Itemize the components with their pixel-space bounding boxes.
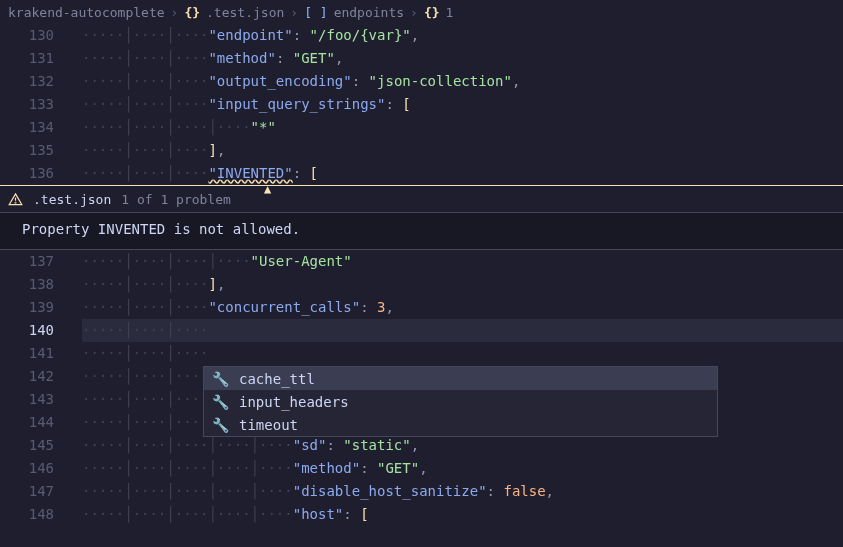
breadcrumb-project[interactable]: krakend-autocomplete xyxy=(8,5,165,20)
warning-token: "INVENTED" xyxy=(208,165,292,181)
problems-bar[interactable]: .test.json 1 of 1 problem xyxy=(0,185,843,213)
line-number: 135 xyxy=(0,139,82,162)
problems-file[interactable]: .test.json xyxy=(33,192,111,207)
line-number: 148 xyxy=(0,503,82,526)
wrench-icon: 🔧 xyxy=(212,371,229,387)
svg-point-1 xyxy=(15,202,16,203)
autocomplete-label: timeout xyxy=(239,417,298,433)
code-line[interactable]: ·····│····│···· xyxy=(82,342,843,365)
line-number: 145 xyxy=(0,434,82,457)
line-number: 144 xyxy=(0,411,82,434)
breadcrumb-index[interactable]: 1 xyxy=(446,5,454,20)
braces-icon: {} xyxy=(424,5,440,20)
line-number: 132 xyxy=(0,70,82,93)
wrench-icon: 🔧 xyxy=(212,417,229,433)
line-number: 143 xyxy=(0,388,82,411)
line-number: 136 xyxy=(0,162,82,185)
code-line[interactable]: ·····│····│····│····│····"sd": "static", xyxy=(82,434,843,457)
code-line[interactable]: ·····│····│····│····│····"disable_host_s… xyxy=(82,480,843,503)
autocomplete-label: cache_ttl xyxy=(239,371,315,387)
breadcrumb[interactable]: krakend-autocomplete › {} .test.json › [… xyxy=(0,0,843,24)
autocomplete-item[interactable]: 🔧 cache_ttl xyxy=(204,367,717,390)
problems-count: 1 of 1 problem xyxy=(121,192,231,207)
code-line[interactable]: ·····│····│····"concurrent_calls": 3, xyxy=(82,296,843,319)
code-line[interactable]: ·····│····│····│····│····"method": "GET"… xyxy=(82,457,843,480)
code-line-current[interactable]: ·····│····│···· xyxy=(82,319,843,342)
warning-icon xyxy=(8,192,23,207)
autocomplete-label: input_headers xyxy=(239,394,349,410)
line-number: 147 xyxy=(0,480,82,503)
line-number: 139 xyxy=(0,296,82,319)
line-number: 140 xyxy=(0,319,82,342)
code-area[interactable]: ·····│····│····"endpoint": "/foo/{var}",… xyxy=(82,24,843,185)
code-line[interactable]: ·····│····│····"input_query_strings": [ xyxy=(82,93,843,116)
line-number: 130 xyxy=(0,24,82,47)
line-number: 138 xyxy=(0,273,82,296)
braces-icon: {} xyxy=(184,5,200,20)
line-number: 141 xyxy=(0,342,82,365)
code-line[interactable]: ·····│····│····│····│····"host": [ xyxy=(82,503,843,526)
line-gutter: 130 131 132 133 134 135 136 xyxy=(0,24,82,185)
code-line[interactable]: ·····│····│····│····"*" xyxy=(82,116,843,139)
code-line[interactable]: ·····│····│····"INVENTED": [ xyxy=(82,162,843,185)
marker-arrow-icon: ▲ xyxy=(264,182,271,196)
line-number: 146 xyxy=(0,457,82,480)
breadcrumb-file[interactable]: .test.json xyxy=(206,5,284,20)
brackets-icon: [ ] xyxy=(304,5,327,20)
editor-pane-top[interactable]: 130 131 132 133 134 135 136 ·····│····│·… xyxy=(0,24,843,185)
code-line[interactable]: ·····│····│····"output_encoding": "json-… xyxy=(82,70,843,93)
autocomplete-item[interactable]: 🔧 input_headers xyxy=(204,390,717,413)
wrench-icon: 🔧 xyxy=(212,394,229,410)
code-line[interactable]: ·····│····│····], xyxy=(82,139,843,162)
chevron-right-icon: › xyxy=(290,5,298,20)
line-number: 134 xyxy=(0,116,82,139)
chevron-right-icon: › xyxy=(171,5,179,20)
autocomplete-popup[interactable]: 🔧 cache_ttl 🔧 input_headers 🔧 timeout xyxy=(203,366,718,437)
code-line[interactable]: ·····│····│····], xyxy=(82,273,843,296)
line-number: 142 xyxy=(0,365,82,388)
line-number: 131 xyxy=(0,47,82,70)
line-gutter: 137 138 139 140 141 142 143 144 145 146 … xyxy=(0,250,82,526)
code-line[interactable]: ·····│····│····"method": "GET", xyxy=(82,47,843,70)
code-line[interactable]: ·····│····│····│····"User-Agent" xyxy=(82,250,843,273)
line-number: 137 xyxy=(0,250,82,273)
autocomplete-item[interactable]: 🔧 timeout xyxy=(204,413,717,436)
chevron-right-icon: › xyxy=(410,5,418,20)
breadcrumb-section[interactable]: endpoints xyxy=(334,5,404,20)
problem-message: Property INVENTED is not allowed. xyxy=(0,213,843,250)
code-line[interactable]: ·····│····│····"endpoint": "/foo/{var}", xyxy=(82,24,843,47)
line-number: 133 xyxy=(0,93,82,116)
